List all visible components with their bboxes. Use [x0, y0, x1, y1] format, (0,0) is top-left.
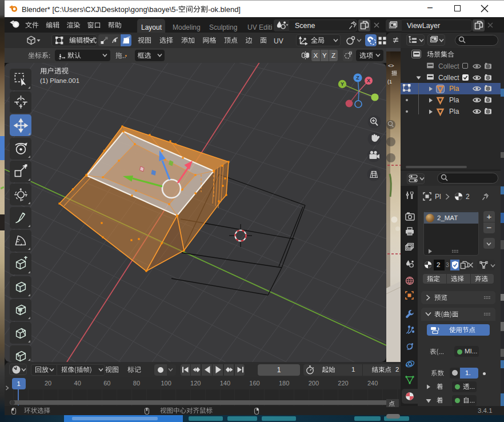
svg-text:Z: Z	[356, 75, 359, 81]
svg-text:Y: Y	[341, 81, 344, 87]
svg-text:(1: (1	[387, 79, 392, 85]
svg-text:<>: <>	[388, 63, 394, 69]
svg-text:X: X	[367, 78, 370, 83]
